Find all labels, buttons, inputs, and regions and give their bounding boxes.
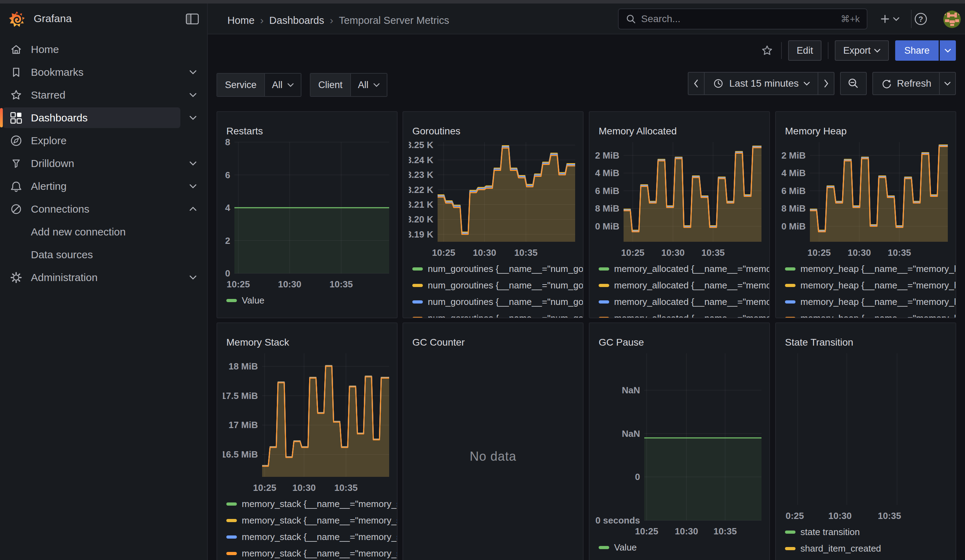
legend-item[interactable]: memory_allocated {__name__="memo [599, 277, 769, 294]
share-button[interactable]: Share [895, 40, 939, 61]
chevron-down-icon[interactable] [190, 70, 196, 74]
panel-memory-stack: Memory Stack10:2510:3010:3516.5 MiB17 Mi… [216, 322, 397, 560]
sidebar-item-alerting[interactable]: Alerting [0, 175, 207, 198]
legend-item[interactable]: num_goroutines {__name__="num_go [412, 277, 583, 294]
breadcrumb-dashboards[interactable]: Dashboards [269, 15, 324, 26]
y-axis-label: 3.20 K [409, 214, 433, 225]
legend-item[interactable]: shard_item_created [785, 540, 955, 557]
panel-header[interactable]: Goroutines [403, 112, 583, 134]
chevron-down-icon[interactable] [190, 161, 196, 166]
y-axis-label: 3.21 K [409, 199, 433, 210]
time-series-plot[interactable]: 10:2510:3010:3540 MiB48 MiB56 MiB64 MiB7… [595, 134, 765, 262]
panel-header[interactable]: State Transition [776, 323, 955, 346]
time-series-plot[interactable]: 10:2510:3010:3516.5 MiB17 MiB17.5 MiB18 … [223, 346, 393, 497]
legend-item[interactable]: Value [599, 539, 769, 556]
chevron-down-icon [944, 82, 950, 86]
time-series-plot[interactable]: 10:2510:3010:3540 MiB48 MiB56 MiB64 MiB7… [782, 134, 951, 262]
zoom-out-button[interactable] [841, 73, 866, 95]
time-series-plot[interactable]: 0:2510:3010:35 [782, 346, 951, 525]
panel-header[interactable]: GC Counter [403, 323, 583, 346]
time-series-plot[interactable]: 10:2510:3010:350 seconds0NaNNaN [595, 346, 765, 541]
time-controls: Last 15 minutes [688, 72, 956, 95]
panel-gc-pause: GC Pause10:2510:3010:350 seconds0NaNNaNV… [589, 322, 770, 560]
legend-item[interactable]: num_goroutines {__name__="num_go [412, 261, 583, 277]
avatar[interactable] [943, 11, 961, 28]
x-axis-label: 10:25 [227, 279, 250, 289]
legend-item[interactable]: num_goroutines {__name__="num_go [412, 294, 583, 310]
legend-item[interactable]: memory_stack {__name__="memory_s [226, 529, 397, 545]
client-select[interactable]: All [351, 73, 387, 96]
zoom-out-group [840, 72, 867, 95]
legend-item[interactable]: memory_stack {__name__="memory_s [226, 545, 397, 560]
panel-header[interactable]: GC Pause [589, 323, 769, 346]
legend-item[interactable]: memory_stack {__name__="memory_s [226, 496, 397, 512]
chevron-down-icon[interactable] [190, 275, 196, 280]
sidebar-item-connections[interactable]: Connections [0, 198, 207, 220]
time-shift-back-button[interactable] [689, 73, 704, 95]
legend-item[interactable]: state transition [785, 524, 955, 540]
legend-item[interactable]: memory_heap {__name__="memory_h [785, 310, 955, 318]
legend-swatch-orange [412, 317, 423, 318]
time-series-plot[interactable]: 10:2510:3010:353.19 K3.20 K3.21 K3.22 K3… [409, 134, 579, 262]
sidebar-item-administration[interactable]: Administration [0, 266, 207, 289]
add-new-button[interactable] [875, 11, 904, 28]
sidebar-item-add-new-connection[interactable]: Add new connection [0, 220, 207, 243]
service-select[interactable]: All [265, 73, 301, 96]
panel-restarts: Restarts10:2510:3010:3502468Value [216, 111, 397, 318]
y-axis-label: 3.23 K [409, 170, 433, 180]
legend-item[interactable]: memory_heap {__name__="memory_h [785, 261, 955, 277]
legend-item[interactable]: memory_heap {__name__="memory_h [785, 277, 955, 294]
export-button[interactable]: Export [835, 40, 889, 61]
search-input[interactable]: Search... ⌘+k [618, 8, 867, 29]
legend-item[interactable]: num_goroutines {__name__="num_go [412, 310, 583, 318]
service-variable: Service All [216, 73, 301, 97]
sidebar-item-data-sources[interactable]: Data sources [0, 243, 207, 266]
link-icon [8, 201, 24, 217]
refresh-button[interactable]: Refresh [873, 73, 939, 95]
refresh-icon [881, 78, 892, 89]
legend-swatch-green [412, 267, 423, 271]
legend-item[interactable]: memory_allocated {__name__="memo [599, 310, 769, 318]
chevron-up-icon[interactable] [190, 207, 196, 211]
bookmark-icon [8, 65, 24, 80]
chevron-down-icon[interactable] [190, 116, 196, 120]
panel-legend: Value [217, 289, 397, 318]
legend-label: shard_item_created [800, 543, 881, 554]
time-range-picker[interactable]: Last 15 minutes [704, 73, 818, 95]
legend-item[interactable]: memory_heap {__name__="memory_h [785, 294, 955, 310]
sidebar-item-label: Starred [31, 89, 65, 101]
sidebar-item-starred[interactable]: Starred [0, 83, 207, 106]
legend-label: memory_stack {__name__="memory_s [242, 499, 397, 509]
x-axis-label: 0:25 [786, 511, 804, 521]
legend-item[interactable]: memory_stack {__name__="memory_s [226, 512, 397, 529]
refresh-interval-button[interactable] [939, 73, 955, 95]
time-series-plot[interactable]: 10:2510:3010:3502468 [223, 134, 393, 294]
sidebar-item-dashboards[interactable]: Dashboards [0, 106, 207, 129]
gear-icon [8, 270, 24, 285]
help-button[interactable]: ? [913, 11, 929, 27]
breadcrumb-home[interactable]: Home [227, 15, 254, 26]
panel-header[interactable]: Memory Allocated [589, 112, 769, 134]
x-axis-label: 10:35 [334, 482, 358, 493]
sidebar-collapse-icon[interactable] [185, 13, 199, 25]
panel-header[interactable]: Memory Stack [217, 323, 397, 346]
panel-header[interactable]: Restarts [217, 112, 397, 134]
sidebar-item-explore[interactable]: Explore [0, 129, 207, 152]
legend-item[interactable]: memory_allocated {__name__="memo [599, 294, 769, 310]
edit-button[interactable]: Edit [788, 40, 821, 61]
sidebar-item-home[interactable]: Home [0, 38, 207, 61]
share-menu-button[interactable] [940, 40, 956, 61]
time-shift-forward-button[interactable] [818, 73, 834, 95]
chevron-down-icon[interactable] [190, 93, 196, 97]
y-axis-label: 40 MiB [595, 221, 619, 232]
legend-item[interactable]: memory_allocated {__name__="memo [599, 261, 769, 277]
sidebar-item-bookmarks[interactable]: Bookmarks [0, 61, 207, 83]
panel-header[interactable]: Memory Heap [776, 112, 955, 134]
favorite-button[interactable] [759, 43, 775, 58]
grafana-logo-icon[interactable] [8, 10, 26, 28]
legend-item[interactable]: Value [226, 292, 397, 309]
y-axis-label: 3.25 K [409, 140, 433, 150]
chevron-down-icon[interactable] [190, 184, 196, 188]
sidebar-item-drilldown[interactable]: Drilldown [0, 152, 207, 175]
legend-label: memory_stack {__name__="memory_s [242, 548, 397, 559]
